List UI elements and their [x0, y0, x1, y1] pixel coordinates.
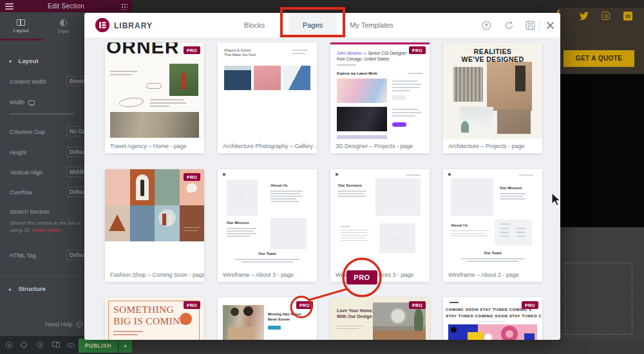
template-card-3d-designer[interactable]: John Mowinn — Senior CGI Designer from C…: [330, 42, 430, 153]
template-thumbnail: [105, 169, 204, 268]
page-bottom-strip: [132, 340, 644, 354]
html-tag-label: HTML Tag: [10, 252, 36, 259]
template-card-wireframe-services-3[interactable]: Our Services Wireframe – Services 3 - pa…: [330, 169, 430, 282]
columns-gap-label: Columns Gap: [10, 129, 45, 135]
divider: [539, 20, 540, 30]
layout-icon: [17, 19, 25, 26]
vertical-align-label: Vertical Align: [10, 169, 43, 176]
active-tab-underline: [0, 39, 43, 41]
instagram-icon[interactable]: [601, 12, 610, 20]
twitter-icon[interactable]: [578, 11, 589, 21]
overflow-label: Overflow: [10, 189, 33, 196]
template-caption: Architecture – Projects - page: [443, 139, 542, 153]
tab-blocks[interactable]: Blocks: [235, 13, 274, 37]
template-card-wireframe-about-3[interactable]: About Us Our Mission Our Team Wireframe …: [218, 169, 317, 282]
template-card-fashion-shop[interactable]: PRO Fashion Shop – Coming Soon - page: [105, 169, 204, 282]
template-library-modal: LIBRARY Blocks Pages My Templates ORNER: [84, 13, 560, 340]
template-caption: 3D Designer – Projects - page: [330, 139, 430, 153]
tab-my-templates[interactable]: My Templates: [346, 13, 397, 37]
template-card-wireframe-about-2[interactable]: Our Mission About Us Our Team Wirefra: [443, 169, 542, 282]
get-a-quote-button[interactable]: GET A QUOTE: [564, 50, 634, 67]
divider: [0, 275, 84, 276]
structure-section-header[interactable]: ▸ Structure: [9, 282, 46, 293]
pro-badge: PRO: [184, 301, 200, 309]
pro-badge: PRO: [184, 46, 200, 54]
library-modal-header: LIBRARY Blocks Pages My Templates: [84, 13, 560, 37]
stretch-section-note: Stretch the section to the full w using …: [10, 219, 82, 234]
history-icon[interactable]: [37, 342, 44, 349]
publish-options-caret[interactable]: ▴: [118, 339, 132, 353]
learn-more-link[interactable]: Learn more.: [32, 227, 62, 233]
caret-right-icon: ▸: [9, 286, 12, 292]
page-lower-section: [560, 227, 644, 354]
library-title: LIBRARY: [114, 21, 153, 30]
responsive-mode-icon[interactable]: [52, 342, 59, 349]
panel-title: Edit Section: [0, 3, 132, 10]
linkedin-icon[interactable]: in: [623, 12, 632, 21]
pro-badge: PRO: [296, 301, 313, 309]
caret-down-icon: ▾: [9, 59, 12, 64]
sync-status-icon[interactable]: [482, 21, 491, 30]
template-thumbnail: About Us Our Mission Our Team: [218, 169, 317, 268]
panel-header: Edit Section: [0, 0, 132, 12]
publish-button[interactable]: PUBLISH: [79, 339, 118, 353]
pro-badge: PRO: [409, 46, 426, 54]
page-top-strip: [560, 0, 644, 8]
settings-gear-icon[interactable]: [6, 342, 13, 349]
template-thumbnail: Shapes & ColorsThat Make You Feel: [218, 42, 317, 139]
help-icon: ?: [76, 321, 82, 328]
template-card-architecture-projects[interactable]: REALITIESWE'VE DESIGNED Architecture – P…: [443, 42, 542, 153]
template-caption: Travel Agency – Home - page: [105, 139, 204, 153]
template-grid: ORNER PRO Travel Agency – Home - page Sh…: [84, 37, 560, 340]
tab-style[interactable]: Style: [43, 12, 85, 41]
layout-section-header[interactable]: ▾ Layout: [9, 54, 39, 66]
template-card-architecture-photography[interactable]: Shapes & ColorsThat Make You Feel Archit…: [218, 42, 317, 153]
template-thumbnail: Our Mission About Us Our Team: [443, 169, 542, 268]
template-caption: Wireframe – About 2 - page: [443, 268, 542, 282]
template-thumbnail: ORNER: [105, 42, 204, 139]
template-caption: Architecture Photography – Gallery ...: [218, 139, 317, 153]
width-slider[interactable]: [10, 113, 74, 115]
template-thumbnail: Our Services: [330, 169, 430, 268]
close-icon[interactable]: [546, 21, 554, 30]
refresh-icon[interactable]: [504, 21, 514, 30]
annotation-magnified-pro-badge: PRO: [346, 270, 377, 284]
pro-badge: PRO: [522, 301, 538, 309]
pro-badge: PRO: [409, 301, 426, 309]
section-outline: [565, 263, 632, 335]
tab-pages[interactable]: Pages: [289, 13, 337, 37]
template-thumbnail: REALITIESWE'VE DESIGNED: [443, 42, 542, 139]
template-card-coming-soon[interactable]: COMING SOON STAY TUNED COMING S STAY TUN…: [443, 297, 542, 340]
widgets-grid-icon[interactable]: [121, 3, 128, 10]
template-card-something-big[interactable]: SOMETHINGBIG IS COMING PRO: [105, 297, 204, 340]
template-caption: Fashion Shop – Coming Soon - page: [105, 268, 204, 282]
pro-badge: PRO: [184, 173, 200, 181]
stretch-section-label: Stretch Section: [10, 209, 49, 215]
page-hero-section: [560, 74, 644, 227]
template-card-love-your-home[interactable]: Love Your Home,With Our Design PRO: [330, 297, 430, 340]
template-card-travel-agency[interactable]: ORNER PRO Travel Agency – Home - page: [105, 42, 204, 153]
panel-tabs: Layout Style: [0, 12, 84, 41]
template-caption: Wireframe – About 3 - page: [218, 268, 317, 282]
content-width-label: Content Width: [10, 79, 46, 85]
preview-eye-icon[interactable]: [67, 342, 74, 349]
tab-layout[interactable]: Layout: [0, 12, 43, 41]
elementor-logo: [95, 18, 109, 32]
responsive-monitor-icon[interactable]: [28, 100, 35, 105]
height-label: Height: [10, 149, 26, 156]
template-card-moving[interactable]: Moving Has Never Been Easier PRO: [218, 297, 317, 340]
width-label-row: Width: [10, 95, 35, 107]
save-icon[interactable]: [526, 21, 535, 30]
need-help-link[interactable]: Need Help?: [45, 321, 82, 328]
style-icon: [60, 19, 67, 26]
template-caption: Wireframe – Services 3 - page: [330, 268, 430, 282]
navigator-icon[interactable]: [21, 342, 28, 349]
template-thumbnail: John Mowinn — Senior CGI Designer from C…: [330, 42, 430, 139]
